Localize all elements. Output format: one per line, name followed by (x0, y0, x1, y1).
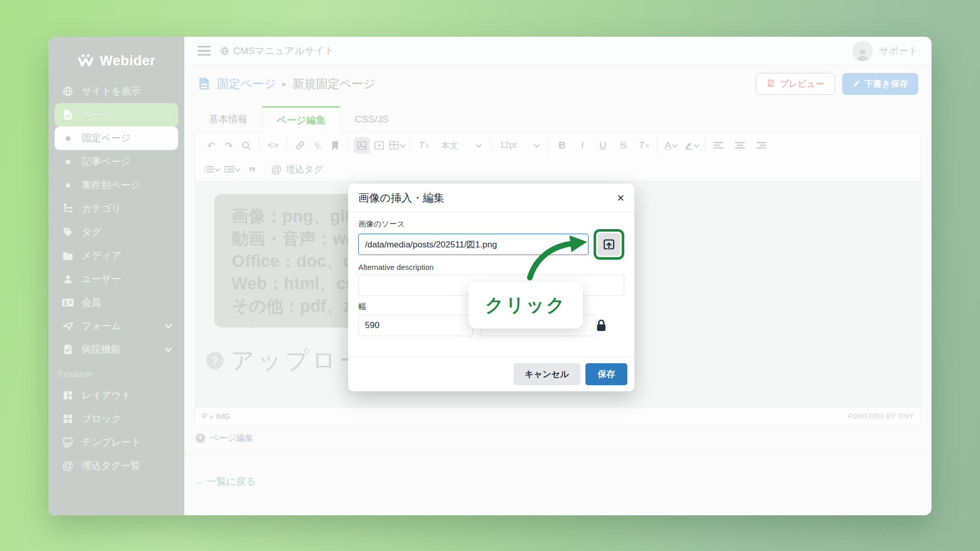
editor-toolbar-row1: ↶ ↷ <> (195, 133, 921, 158)
globe-icon (220, 46, 229, 56)
cancel-button[interactable]: キャンセル (513, 363, 580, 385)
sidebar-item-forms[interactable]: フォーム (55, 314, 178, 338)
blockquote-button[interactable]: ” (244, 161, 260, 178)
hamburger-menu-button[interactable] (198, 46, 211, 56)
sidebar-item-label: 固定ページ (82, 132, 131, 145)
chevron-down-icon (235, 166, 240, 171)
pencil-icon (852, 80, 861, 88)
chevron-down-icon (534, 142, 540, 147)
save-draft-button[interactable]: 下書き保存 (842, 73, 918, 95)
tab-page-edit[interactable]: ページ編集 (262, 106, 340, 133)
insert-table-button[interactable] (388, 137, 405, 154)
sidebar-item-users[interactable]: ユーザー (55, 267, 178, 291)
click-annotation-text: クリック (485, 293, 566, 318)
sidebar-item-article-pages[interactable]: 記事ページ (55, 150, 178, 173)
bullet-icon (62, 183, 74, 188)
ordered-list-button[interactable]: 123 (203, 161, 219, 178)
dialog-header: 画像の挿入・編集 × (348, 184, 634, 212)
at-icon: @ (62, 459, 74, 472)
tab-basic-info[interactable]: 基本情報 (194, 106, 262, 132)
sidebar-item-label: 記事ページ (82, 155, 131, 168)
sidebar-item-blocks[interactable]: ブロック (55, 407, 178, 431)
anchor-bookmark-button[interactable] (327, 137, 343, 154)
chevron-down-icon (214, 166, 220, 171)
sidebar-item-layout[interactable]: レイアウト (55, 384, 178, 407)
source-code-button[interactable]: <> (265, 137, 281, 154)
sidebar-item-label: ページ (82, 108, 111, 121)
help-question-icon[interactable]: ? (195, 433, 205, 443)
sidebar-item-label: メディア (82, 249, 121, 262)
powered-by-label: POWERED BY TINY (848, 412, 914, 420)
template-icon (62, 437, 74, 447)
breadcrumb-root-link[interactable]: 固定ページ (217, 76, 276, 92)
chevron-right-icon (165, 111, 172, 118)
align-right-button[interactable] (753, 137, 769, 154)
id-card-icon (62, 297, 74, 308)
breadcrumb-page-icon (198, 77, 211, 91)
clear-formatting-button[interactable]: Tx (415, 137, 432, 154)
sidebar-item-label: ユーザー (82, 272, 121, 286)
align-center-button[interactable] (731, 137, 748, 154)
highlight-color-button[interactable] (683, 137, 699, 154)
strikethrough-button[interactable]: S (615, 137, 631, 154)
sidebar-item-members[interactable]: 会員 (55, 291, 178, 314)
sidebar-item-label: サイトを表示 (82, 85, 141, 98)
sidebar-item-label: 病院機能 (82, 343, 120, 356)
preview-button[interactable]: プレビュー (756, 73, 835, 95)
back-to-list-link[interactable]: ← 一覧に戻る (194, 475, 256, 488)
sidebar-item-embed-tags[interactable]: @ 埋込タグ一覧 (55, 454, 178, 478)
page-edit-help: ? ページ編集 (194, 425, 921, 444)
lock-constrain-icon[interactable] (595, 319, 607, 332)
format-tx-button[interactable]: Tx (635, 137, 652, 154)
save-button[interactable]: 保存 (585, 363, 627, 385)
embed-tag-button[interactable]: @ (271, 161, 282, 178)
chevron-down-icon (400, 142, 405, 147)
click-annotation-callout: クリック (469, 282, 583, 329)
sidebar-item-label: 埋込タグ一覧 (82, 459, 140, 472)
unlink-button[interactable] (309, 137, 326, 154)
editor-statusbar: P » IMG POWERED BY TINY (195, 407, 921, 424)
sidebar-item-tags[interactable]: タグ (55, 220, 178, 244)
width-input[interactable] (358, 315, 473, 336)
sidebar-item-view-site[interactable]: サイトを表示 (55, 80, 178, 103)
underline-button[interactable]: U (595, 137, 611, 154)
block-format-select[interactable]: 本文 (437, 140, 485, 152)
bullet-list-button[interactable] (224, 161, 240, 178)
image-source-label: 画像のソース (358, 219, 624, 229)
sidebar-item-label: カテゴリ (82, 202, 121, 215)
sidebar-item-label: タグ (82, 226, 102, 239)
site-link[interactable]: CMSマニュアルサイト (220, 44, 334, 58)
sidebar-item-pages[interactable]: ページ (55, 103, 178, 127)
sidebar-item-hospital-functions[interactable]: 病院機能 (55, 338, 178, 361)
italic-button[interactable]: I (574, 137, 591, 154)
sidebar-item-templates[interactable]: テンプレート (55, 431, 178, 454)
help-question-icon: ? (206, 352, 224, 369)
chevron-down-icon (165, 321, 172, 329)
chevron-down-icon (694, 142, 699, 147)
breadcrumb-current: 新規固定ページ (292, 76, 375, 92)
text-color-button[interactable]: A (663, 137, 679, 154)
insert-image-button[interactable] (354, 137, 370, 154)
search-button[interactable] (238, 137, 254, 154)
insert-media-button[interactable] (371, 137, 387, 154)
divider (184, 454, 932, 455)
tag-icon (62, 227, 74, 238)
sidebar-item-fixed-pages[interactable]: 固定ページ (55, 127, 178, 150)
sidebar-item-media[interactable]: メディア (55, 244, 178, 267)
user-menu[interactable]: サポート (852, 41, 918, 61)
link-button[interactable] (292, 137, 308, 154)
sidebar-item-label: テンプレート (82, 436, 141, 449)
logo-text: Webider (100, 53, 156, 69)
sidebar-item-case-pages[interactable]: 案件別ページ (55, 173, 178, 197)
align-left-button[interactable] (710, 137, 726, 154)
sidebar-item-label: 会員 (82, 296, 101, 309)
redo-button[interactable]: ↷ (220, 137, 237, 154)
sidebar-item-categories[interactable]: カテゴリ (55, 197, 178, 220)
undo-button[interactable]: ↶ (203, 137, 219, 154)
close-icon[interactable]: × (617, 192, 624, 204)
bold-button[interactable]: B (554, 137, 570, 154)
font-size-select[interactable]: 12pt (496, 140, 543, 151)
element-path[interactable]: P » IMG (202, 412, 230, 420)
tab-css-js[interactable]: CSS/JS (340, 106, 403, 132)
category-tree-icon (62, 203, 74, 214)
